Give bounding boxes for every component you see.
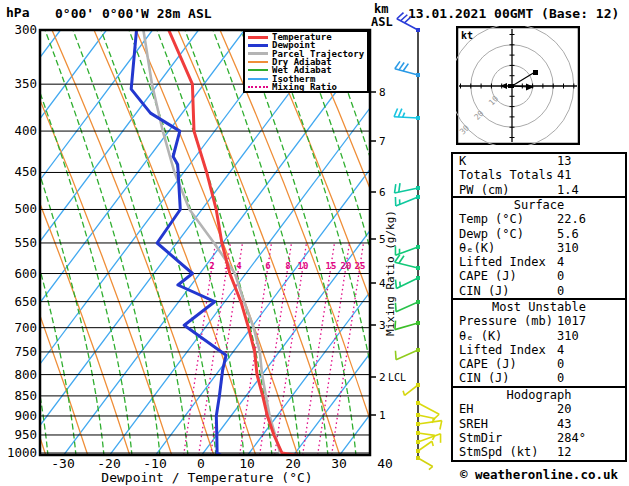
stat-label: K [459, 154, 466, 169]
x-axis-title: Dewpoint / Temperature (°C) [101, 470, 312, 485]
wind-barb [397, 13, 420, 32]
barb-level-marker [416, 116, 420, 120]
mixing-ratio-value-label: 25 [355, 261, 366, 271]
barb-level-marker [416, 276, 420, 280]
stat-row: θₑ (K)310 [453, 329, 625, 343]
km-tick-label: 6 [379, 186, 386, 199]
dry-adiabat-line-swatch [248, 61, 268, 63]
temperature-tick-label: 10 [239, 456, 255, 471]
stat-label: PW (cm) [459, 183, 510, 198]
temperature-tick-label: 40 [377, 456, 393, 471]
stat-value: 13 [557, 154, 571, 169]
pressure-tick-label: 900 [14, 408, 37, 423]
pressure-tick-label: 750 [14, 344, 37, 359]
wet-adiabat-line [409, 30, 450, 456]
barb-level-marker [416, 413, 420, 417]
pressure-tick-label: 600 [14, 266, 37, 281]
legend-item-mixing-ratio: Mixing Ratio [248, 83, 367, 91]
mixing-ratio-value-label: 8 [285, 261, 290, 271]
pressure-tick-label: 300 [14, 22, 37, 37]
wind-barb [395, 255, 420, 270]
stat-value: 284° [557, 431, 586, 446]
stat-value: 0 [557, 284, 564, 299]
stat-row: StmDir284° [453, 431, 625, 445]
stat-row: Lifted Index4 [453, 255, 625, 269]
mixing-ratio-value-label: 2 [209, 261, 214, 271]
stat-value: 20 [557, 402, 571, 417]
wet-adiabat-line-swatch [248, 69, 268, 71]
stat-row: PW (cm)1.4 [453, 183, 625, 197]
stat-row: Dewp (°C)5.6 [453, 227, 625, 241]
stat-row: CAPE (J)0 [453, 357, 625, 371]
panel-most-unstable: Most Unstable Pressure (mb)1017 θₑ (K)31… [451, 298, 627, 388]
barb-level-marker [416, 245, 420, 249]
stat-row: Totals Totals41 [453, 168, 625, 182]
stat-value: 41 [557, 168, 571, 183]
panel-title: Hodograph [453, 388, 625, 402]
pressure-tick-label: 500 [14, 201, 37, 216]
panel-indices: K13 Totals Totals41 PW (cm)1.4 [451, 152, 627, 198]
panel-surface: Surface Temp (°C)22.6 Dewp (°C)5.6 θₑ(K)… [451, 196, 627, 300]
pressure-tick-label: 450 [14, 164, 37, 179]
stat-label: CAPE (J) [459, 357, 517, 372]
legend: Temperature Dewpoint Parcel Trajectory D… [243, 30, 369, 93]
barb-level-marker [416, 456, 420, 460]
barb-level-marker [416, 383, 420, 387]
stat-row: θₑ(K)310 [453, 241, 625, 255]
mixing-ratio-line-swatch [248, 86, 268, 88]
hodograph-origin-marker [508, 84, 514, 88]
lcl-label: LCL [388, 372, 406, 383]
barb-level-marker [416, 401, 420, 405]
hodograph-plot: 102030kt [456, 26, 580, 145]
stat-label: Dewp (°C) [459, 227, 524, 242]
stat-label: θₑ (K) [459, 329, 502, 344]
barb-level-marker [416, 73, 420, 77]
isotherm-line [0, 30, 15, 456]
pressure-tick-label: 850 [14, 388, 37, 403]
km-tick-label: 8 [379, 86, 386, 99]
isotherm-line-swatch [248, 78, 268, 80]
wind-barb [395, 276, 420, 289]
barb-level-marker [416, 431, 420, 435]
hodograph-unit-label: kt [461, 30, 473, 41]
km-tick-label: 1 [379, 409, 386, 422]
stat-value: 43 [557, 417, 571, 432]
pressure-tick-label: 650 [14, 294, 37, 309]
stat-value: 0 [557, 371, 564, 386]
dewpoint-line-swatch [248, 44, 268, 47]
temperature-tick-label: -30 [51, 456, 74, 471]
wind-barb [394, 108, 420, 120]
stat-value: 310 [557, 329, 579, 344]
stat-row: K13 [453, 154, 625, 168]
km-tick-label: 2 [379, 371, 386, 384]
sounding-plot: 2346810152025300350400450500550600650700… [0, 0, 450, 486]
shear-vector-marker [533, 70, 538, 75]
mixing-ratio-line [318, 244, 350, 455]
stat-label: Temp (°C) [459, 212, 524, 227]
stat-row: Temp (°C)22.6 [453, 212, 625, 226]
stat-label: CAPE (J) [459, 269, 517, 284]
stat-value: 12 [557, 445, 571, 460]
stats-panels: K13 Totals Totals41 PW (cm)1.4 Surface T… [451, 154, 627, 462]
temperature-tick-label: 0 [197, 456, 205, 471]
barb-level-marker [416, 300, 420, 304]
stat-row: CAPE (J)0 [453, 269, 625, 283]
barb-level-marker [416, 348, 420, 352]
legend-label: Mixing Ratio [272, 83, 337, 91]
stat-label: CIN (J) [459, 371, 510, 386]
stat-value: 310 [557, 241, 579, 256]
temperature-tick-label: 20 [285, 456, 301, 471]
stat-value: 5.6 [557, 227, 579, 242]
mixing-ratio-value-label: 4 [236, 261, 242, 271]
wind-barb [416, 434, 441, 444]
panel-title: Most Unstable [453, 300, 625, 314]
mixing-ratio-value-label: 15 [326, 261, 337, 271]
barb-level-marker [416, 422, 420, 426]
pressure-tick-label: 800 [14, 367, 37, 382]
temperature-tick-label: -20 [97, 456, 120, 471]
stat-value: 1017 [557, 314, 586, 329]
pressure-tick-label: 400 [14, 123, 37, 138]
wind-barb [395, 195, 420, 206]
stat-row: Lifted Index4 [453, 343, 625, 357]
temperature-line-swatch [248, 36, 268, 39]
